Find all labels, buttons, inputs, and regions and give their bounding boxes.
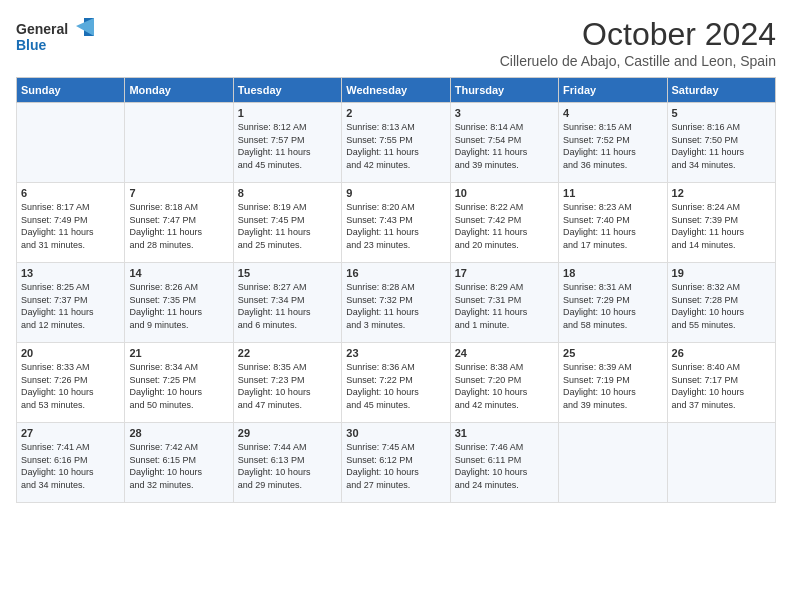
day-info: Sunrise: 8:39 AM Sunset: 7:19 PM Dayligh… [563,361,662,411]
calendar-cell: 15Sunrise: 8:27 AM Sunset: 7:34 PM Dayli… [233,263,341,343]
day-number: 29 [238,427,337,439]
calendar-cell [559,423,667,503]
day-number: 14 [129,267,228,279]
day-info: Sunrise: 8:18 AM Sunset: 7:47 PM Dayligh… [129,201,228,251]
calendar-cell: 23Sunrise: 8:36 AM Sunset: 7:22 PM Dayli… [342,343,450,423]
day-info: Sunrise: 8:33 AM Sunset: 7:26 PM Dayligh… [21,361,120,411]
week-row-3: 13Sunrise: 8:25 AM Sunset: 7:37 PM Dayli… [17,263,776,343]
day-number: 8 [238,187,337,199]
calendar-cell: 19Sunrise: 8:32 AM Sunset: 7:28 PM Dayli… [667,263,775,343]
calendar-cell: 2Sunrise: 8:13 AM Sunset: 7:55 PM Daylig… [342,103,450,183]
day-number: 22 [238,347,337,359]
calendar-cell [125,103,233,183]
calendar-cell: 14Sunrise: 8:26 AM Sunset: 7:35 PM Dayli… [125,263,233,343]
day-number: 5 [672,107,771,119]
day-number: 15 [238,267,337,279]
day-info: Sunrise: 8:34 AM Sunset: 7:25 PM Dayligh… [129,361,228,411]
day-info: Sunrise: 8:38 AM Sunset: 7:20 PM Dayligh… [455,361,554,411]
day-number: 2 [346,107,445,119]
calendar-cell: 31Sunrise: 7:46 AM Sunset: 6:11 PM Dayli… [450,423,558,503]
day-info: Sunrise: 7:46 AM Sunset: 6:11 PM Dayligh… [455,441,554,491]
calendar-cell: 22Sunrise: 8:35 AM Sunset: 7:23 PM Dayli… [233,343,341,423]
day-number: 20 [21,347,120,359]
day-info: Sunrise: 8:20 AM Sunset: 7:43 PM Dayligh… [346,201,445,251]
week-row-4: 20Sunrise: 8:33 AM Sunset: 7:26 PM Dayli… [17,343,776,423]
header-cell-thursday: Thursday [450,78,558,103]
day-number: 9 [346,187,445,199]
day-info: Sunrise: 8:19 AM Sunset: 7:45 PM Dayligh… [238,201,337,251]
day-info: Sunrise: 8:32 AM Sunset: 7:28 PM Dayligh… [672,281,771,331]
calendar-cell: 30Sunrise: 7:45 AM Sunset: 6:12 PM Dayli… [342,423,450,503]
day-info: Sunrise: 7:44 AM Sunset: 6:13 PM Dayligh… [238,441,337,491]
day-number: 26 [672,347,771,359]
calendar-cell: 12Sunrise: 8:24 AM Sunset: 7:39 PM Dayli… [667,183,775,263]
day-info: Sunrise: 8:27 AM Sunset: 7:34 PM Dayligh… [238,281,337,331]
svg-text:General: General [16,21,68,37]
day-number: 1 [238,107,337,119]
day-number: 6 [21,187,120,199]
calendar-cell: 21Sunrise: 8:34 AM Sunset: 7:25 PM Dayli… [125,343,233,423]
calendar-cell: 8Sunrise: 8:19 AM Sunset: 7:45 PM Daylig… [233,183,341,263]
calendar-cell [667,423,775,503]
header-cell-saturday: Saturday [667,78,775,103]
logo-svg: General Blue [16,16,96,54]
day-info: Sunrise: 8:40 AM Sunset: 7:17 PM Dayligh… [672,361,771,411]
day-info: Sunrise: 8:23 AM Sunset: 7:40 PM Dayligh… [563,201,662,251]
day-number: 18 [563,267,662,279]
header-row: SundayMondayTuesdayWednesdayThursdayFrid… [17,78,776,103]
calendar-cell: 28Sunrise: 7:42 AM Sunset: 6:15 PM Dayli… [125,423,233,503]
day-info: Sunrise: 8:16 AM Sunset: 7:50 PM Dayligh… [672,121,771,171]
day-number: 10 [455,187,554,199]
day-info: Sunrise: 7:41 AM Sunset: 6:16 PM Dayligh… [21,441,120,491]
calendar-cell: 1Sunrise: 8:12 AM Sunset: 7:57 PM Daylig… [233,103,341,183]
day-number: 3 [455,107,554,119]
day-number: 21 [129,347,228,359]
week-row-5: 27Sunrise: 7:41 AM Sunset: 6:16 PM Dayli… [17,423,776,503]
day-info: Sunrise: 8:22 AM Sunset: 7:42 PM Dayligh… [455,201,554,251]
calendar-cell: 27Sunrise: 7:41 AM Sunset: 6:16 PM Dayli… [17,423,125,503]
day-number: 24 [455,347,554,359]
day-info: Sunrise: 8:15 AM Sunset: 7:52 PM Dayligh… [563,121,662,171]
day-number: 7 [129,187,228,199]
location-title: Cilleruelo de Abajo, Castille and Leon, … [500,53,776,69]
calendar-cell: 5Sunrise: 8:16 AM Sunset: 7:50 PM Daylig… [667,103,775,183]
title-block: October 2024 Cilleruelo de Abajo, Castil… [500,16,776,69]
calendar-cell: 13Sunrise: 8:25 AM Sunset: 7:37 PM Dayli… [17,263,125,343]
calendar-table: SundayMondayTuesdayWednesdayThursdayFrid… [16,77,776,503]
header-cell-monday: Monday [125,78,233,103]
calendar-cell: 6Sunrise: 8:17 AM Sunset: 7:49 PM Daylig… [17,183,125,263]
day-info: Sunrise: 7:45 AM Sunset: 6:12 PM Dayligh… [346,441,445,491]
month-title: October 2024 [500,16,776,53]
day-number: 17 [455,267,554,279]
header-cell-tuesday: Tuesday [233,78,341,103]
day-info: Sunrise: 8:17 AM Sunset: 7:49 PM Dayligh… [21,201,120,251]
day-info: Sunrise: 8:24 AM Sunset: 7:39 PM Dayligh… [672,201,771,251]
day-number: 16 [346,267,445,279]
calendar-cell: 18Sunrise: 8:31 AM Sunset: 7:29 PM Dayli… [559,263,667,343]
day-info: Sunrise: 8:12 AM Sunset: 7:57 PM Dayligh… [238,121,337,171]
day-info: Sunrise: 8:28 AM Sunset: 7:32 PM Dayligh… [346,281,445,331]
day-number: 25 [563,347,662,359]
logo: General Blue [16,16,96,54]
calendar-cell: 4Sunrise: 8:15 AM Sunset: 7:52 PM Daylig… [559,103,667,183]
calendar-cell: 29Sunrise: 7:44 AM Sunset: 6:13 PM Dayli… [233,423,341,503]
header-cell-wednesday: Wednesday [342,78,450,103]
calendar-cell: 3Sunrise: 8:14 AM Sunset: 7:54 PM Daylig… [450,103,558,183]
week-row-1: 1Sunrise: 8:12 AM Sunset: 7:57 PM Daylig… [17,103,776,183]
header-cell-friday: Friday [559,78,667,103]
day-info: Sunrise: 8:36 AM Sunset: 7:22 PM Dayligh… [346,361,445,411]
calendar-cell: 7Sunrise: 8:18 AM Sunset: 7:47 PM Daylig… [125,183,233,263]
day-number: 31 [455,427,554,439]
day-info: Sunrise: 8:29 AM Sunset: 7:31 PM Dayligh… [455,281,554,331]
day-number: 30 [346,427,445,439]
day-info: Sunrise: 8:31 AM Sunset: 7:29 PM Dayligh… [563,281,662,331]
calendar-cell: 11Sunrise: 8:23 AM Sunset: 7:40 PM Dayli… [559,183,667,263]
day-info: Sunrise: 8:14 AM Sunset: 7:54 PM Dayligh… [455,121,554,171]
page-header: General Blue October 2024 Cilleruelo de … [16,16,776,69]
day-number: 12 [672,187,771,199]
calendar-cell: 10Sunrise: 8:22 AM Sunset: 7:42 PM Dayli… [450,183,558,263]
day-number: 19 [672,267,771,279]
day-number: 13 [21,267,120,279]
calendar-cell: 9Sunrise: 8:20 AM Sunset: 7:43 PM Daylig… [342,183,450,263]
week-row-2: 6Sunrise: 8:17 AM Sunset: 7:49 PM Daylig… [17,183,776,263]
